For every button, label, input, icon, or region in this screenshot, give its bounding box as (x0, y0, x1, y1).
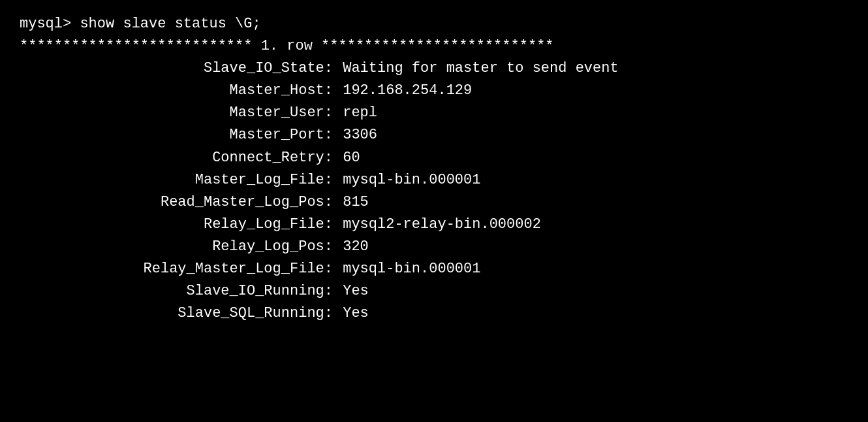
field-value: Waiting for master to send event (333, 57, 619, 80)
table-row: Slave_IO_Running: Yes (20, 280, 848, 302)
field-value: 60 (333, 147, 360, 169)
table-row: Relay_Log_File: mysql2-relay-bin.000002 (20, 214, 848, 236)
field-name: Relay_Log_File: (20, 214, 333, 236)
field-value: repl (333, 102, 377, 124)
terminal-window: mysql> show slave status \G; ***********… (0, 0, 868, 422)
field-value: mysql-bin.000001 (333, 258, 480, 280)
table-row: Master_Port: 3306 (20, 124, 848, 146)
field-name: Slave_IO_Running: (20, 280, 333, 302)
field-value: Yes (333, 280, 369, 302)
table-row: Slave_SQL_Running: Yes (20, 302, 848, 325)
command-line: mysql> show slave status \G; (20, 13, 848, 35)
field-name: Connect_Retry: (20, 147, 333, 169)
field-name: Relay_Master_Log_File: (20, 258, 333, 280)
field-name: Read_Master_Log_Pos: (20, 191, 333, 214)
separator-line: *************************** 1. row *****… (20, 35, 848, 57)
field-value: 320 (333, 236, 369, 258)
field-name: Master_Port: (20, 124, 333, 146)
table-row: Master_User: repl (20, 102, 848, 124)
field-name: Relay_Log_Pos: (20, 236, 333, 258)
field-value: mysql-bin.000001 (333, 169, 480, 191)
field-name: Slave_SQL_Running: (20, 302, 333, 325)
field-name: Slave_IO_State: (20, 57, 333, 80)
data-rows-container: Slave_IO_State: Waiting for master to se… (20, 57, 848, 325)
table-row: Connect_Retry: 60 (20, 147, 848, 169)
field-name: Master_Host: (20, 80, 333, 102)
table-row: Slave_IO_State: Waiting for master to se… (20, 57, 848, 80)
table-row: Relay_Log_Pos: 320 (20, 236, 848, 258)
field-value: 3306 (333, 124, 377, 146)
table-row: Relay_Master_Log_File: mysql-bin.000001 (20, 258, 848, 280)
field-value: 815 (333, 191, 369, 214)
table-row: Master_Host: 192.168.254.129 (20, 80, 848, 102)
field-value: mysql2-relay-bin.000002 (333, 214, 541, 236)
table-row: Read_Master_Log_Pos: 815 (20, 191, 848, 214)
table-row: Master_Log_File: mysql-bin.000001 (20, 169, 848, 191)
field-name: Master_User: (20, 102, 333, 124)
field-value: 192.168.254.129 (333, 80, 472, 102)
field-name: Master_Log_File: (20, 169, 333, 191)
field-value: Yes (333, 302, 369, 325)
